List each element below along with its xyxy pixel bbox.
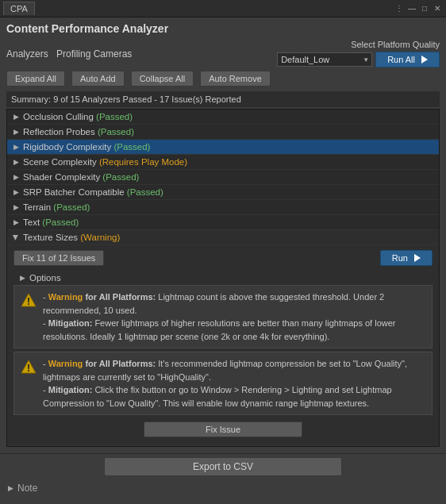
table-row[interactable]: ▶ SRP Batcher Compatible (Passed) bbox=[7, 185, 439, 200]
toolbar-row-2: Expand All Auto Add Collapse All Auto Re… bbox=[6, 71, 440, 87]
title-bar: CPA ⋮ — □ ✕ bbox=[0, 0, 446, 17]
platform-quality-label: Select Platform Quality bbox=[351, 40, 440, 49]
main-content: Content Performance Analyzer Analyzers P… bbox=[0, 17, 446, 452]
profiling-cameras-label: Profiling Cameras bbox=[56, 48, 132, 60]
chevron-right-icon: ▶ bbox=[12, 218, 20, 226]
platform-select-wrapper: Default_Low bbox=[277, 52, 372, 67]
platform-select[interactable]: Default_Low bbox=[277, 52, 372, 67]
table-row[interactable]: ▶ Scene Complexity (Requires Play Mode) bbox=[7, 155, 439, 170]
export-csv-button[interactable]: Export to CSV bbox=[104, 457, 342, 476]
chevron-down-icon: ▶ bbox=[12, 233, 20, 241]
title-bar-controls: ⋮ — □ ✕ bbox=[394, 3, 443, 14]
fix-issue-row: Fix Issue bbox=[13, 418, 433, 441]
chevron-right-icon: ▶ bbox=[12, 188, 20, 196]
collapse-all-button[interactable]: Collapse All bbox=[131, 71, 194, 87]
table-row[interactable]: ▶ Reflection Probes (Passed) bbox=[7, 125, 439, 140]
summary-bar: Summary: 9 of 15 Analyzers Passed - 17 I… bbox=[6, 91, 440, 107]
run-all-button[interactable]: Run All bbox=[375, 52, 440, 67]
table-row[interactable]: ▶ Text (Passed) bbox=[7, 215, 439, 230]
menu-icon[interactable]: ⋮ bbox=[394, 3, 405, 14]
table-row[interactable]: ▶ Occlusion Culling (Passed) bbox=[7, 110, 439, 125]
chevron-right-icon: ▶ bbox=[12, 203, 20, 211]
texture-sizes-row[interactable]: ▶ Texture Sizes (Warning) bbox=[7, 230, 439, 245]
run-icon bbox=[414, 254, 421, 262]
chevron-right-icon: ▶ bbox=[12, 128, 20, 136]
warning-icon-1: ! bbox=[21, 292, 37, 308]
title-tab[interactable]: CPA bbox=[3, 2, 35, 15]
title-bar-left: CPA bbox=[3, 2, 35, 15]
auto-remove-button[interactable]: Auto Remove bbox=[200, 71, 271, 87]
chevron-right-icon: ▶ bbox=[12, 173, 20, 181]
run-all-icon bbox=[421, 56, 428, 63]
options-row[interactable]: ▶ Options bbox=[13, 271, 433, 285]
chevron-right-icon: ▶ bbox=[12, 143, 20, 151]
chevron-right-icon: ▶ bbox=[12, 113, 20, 121]
warning-box-1: ! - Warning for All Platforms: Lightmap … bbox=[13, 285, 433, 348]
texture-sizes-expanded: Fix 11 of 12 Issues Run ▶ Options ! - Wa… bbox=[7, 245, 439, 446]
fix-issues-button[interactable]: Fix 11 of 12 Issues bbox=[13, 250, 104, 266]
chevron-right-icon: ▶ bbox=[12, 158, 20, 166]
table-row[interactable]: ▶ Rigidbody Complexity (Passed) bbox=[7, 140, 439, 155]
warning-box-2: ! - Warning for All Platforms: It's reco… bbox=[13, 352, 433, 415]
close-icon[interactable]: ✕ bbox=[432, 3, 443, 14]
app-title: Content Performance Analyzer bbox=[6, 22, 440, 35]
svg-text:!: ! bbox=[27, 363, 30, 374]
note-chevron-icon: ▶ bbox=[6, 484, 14, 492]
note-row: ▶ Note bbox=[0, 479, 446, 497]
run-button[interactable]: Run bbox=[380, 250, 433, 266]
toolbar-row-1: Analyzers Profiling Cameras Select Platf… bbox=[6, 40, 440, 67]
auto-add-button[interactable]: Auto Add bbox=[71, 71, 125, 87]
fix-issue-button[interactable]: Fix Issue bbox=[144, 421, 302, 437]
warning-text-2: - Warning for All Platforms: It's recomm… bbox=[43, 357, 425, 410]
options-chevron-icon: ▶ bbox=[18, 274, 26, 282]
table-row[interactable]: ▶ Shader Complexity (Passed) bbox=[7, 170, 439, 185]
analyzers-label: Analyzers bbox=[6, 48, 50, 60]
warning-icon-2: ! bbox=[21, 359, 37, 375]
export-row: Export to CSV bbox=[0, 453, 446, 479]
table-row[interactable]: ▶ Terrain (Passed) bbox=[7, 200, 439, 215]
expanded-toolbar: Fix 11 of 12 Issues Run bbox=[13, 250, 433, 266]
maximize-icon[interactable]: □ bbox=[419, 3, 430, 14]
expand-all-button[interactable]: Expand All bbox=[6, 71, 65, 87]
platform-section: Select Platform Quality Default_Low Run … bbox=[277, 40, 440, 67]
minimize-icon[interactable]: — bbox=[406, 3, 417, 14]
svg-text:!: ! bbox=[27, 296, 30, 307]
warning-text-1: - Warning for All Platforms: Lightmap co… bbox=[43, 290, 425, 343]
analyzer-list: ▶ Occlusion Culling (Passed) ▶ Reflectio… bbox=[6, 109, 440, 447]
